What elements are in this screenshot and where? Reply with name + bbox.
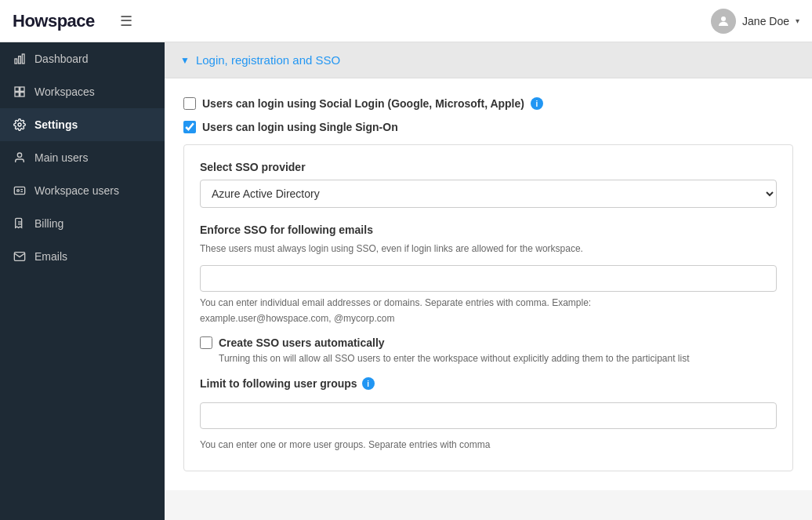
user-groups-info-icon[interactable]: i <box>362 377 375 390</box>
svg-point-8 <box>18 123 21 126</box>
sidebar-item-main-users[interactable]: Main users <box>0 141 165 174</box>
sidebar-item-dashboard-label: Dashboard <box>34 53 89 65</box>
create-sso-checkbox[interactable] <box>200 336 212 349</box>
sidebar-item-workspaces[interactable]: Workspaces <box>0 75 165 108</box>
svg-rect-7 <box>20 93 24 96</box>
settings-content: Users can login using Social Login (Goog… <box>165 78 812 490</box>
enforce-sso-label: Enforce SSO for following emails <box>200 224 777 236</box>
user-groups-input[interactable] <box>200 402 777 429</box>
collapse-icon[interactable]: ▼ <box>180 55 190 66</box>
create-sso-row: Create SSO users automatically <box>200 336 777 349</box>
header-left: Howspace ☰ <box>13 11 132 31</box>
receipt-icon <box>13 216 27 231</box>
sidebar-item-settings[interactable]: Settings <box>0 108 165 141</box>
sidebar-item-workspaces-label: Workspaces <box>34 85 95 98</box>
grid-icon <box>13 85 27 99</box>
sidebar: Dashboard Workspaces Settings Main users… <box>0 42 165 520</box>
enforce-sso-desc: These users must always login using SSO,… <box>200 242 777 256</box>
sso-login-checkbox[interactable] <box>183 121 196 133</box>
sidebar-item-workspace-users-label: Workspace users <box>34 184 119 197</box>
svg-rect-3 <box>22 54 24 64</box>
header-right: Jane Doe ▾ <box>711 9 799 34</box>
user-groups-label: Limit to following user groups <box>200 377 357 390</box>
person-card-icon <box>13 184 27 198</box>
app-logo: Howspace <box>13 11 95 31</box>
section-header: ▼ Login, registration and SSO <box>165 42 812 78</box>
social-login-label[interactable]: Users can login using Social Login (Goog… <box>202 97 524 110</box>
svg-rect-2 <box>19 56 21 64</box>
svg-point-0 <box>721 16 726 21</box>
sidebar-item-workspace-users[interactable]: Workspace users <box>0 174 165 207</box>
svg-point-11 <box>17 190 20 192</box>
main-content: ▼ Login, registration and SSO Users can … <box>165 42 812 520</box>
sidebar-item-billing-label: Billing <box>34 217 63 230</box>
social-login-info-icon[interactable]: i <box>531 97 543 110</box>
avatar <box>711 9 736 34</box>
svg-rect-5 <box>20 87 24 91</box>
svg-rect-1 <box>15 59 17 64</box>
social-login-checkbox[interactable] <box>183 97 196 110</box>
menu-icon[interactable]: ☰ <box>120 13 132 30</box>
sidebar-item-main-users-label: Main users <box>34 151 88 164</box>
sidebar-item-dashboard[interactable]: Dashboard <box>0 42 165 75</box>
gear-icon <box>13 118 27 132</box>
sidebar-item-settings-label: Settings <box>34 118 78 131</box>
sidebar-item-emails-label: Emails <box>34 250 67 263</box>
person-icon <box>13 151 27 165</box>
main-layout: Dashboard Workspaces Settings Main users… <box>0 42 812 520</box>
user-menu[interactable]: Jane Doe ▾ <box>711 9 799 34</box>
create-sso-group: Create SSO users automatically Turning t… <box>200 336 777 365</box>
username-label: Jane Doe <box>742 15 789 27</box>
sidebar-item-emails[interactable]: Emails <box>0 240 165 273</box>
social-login-row: Users can login using Social Login (Goog… <box>183 97 793 110</box>
envelope-icon <box>13 249 27 264</box>
section-title: Login, registration and SSO <box>196 53 340 67</box>
enforce-sso-input[interactable] <box>200 265 777 292</box>
sso-provider-label: Select SSO provider <box>200 161 777 173</box>
svg-point-9 <box>17 153 21 157</box>
app-header: Howspace ☰ Jane Doe ▾ <box>0 0 812 42</box>
sso-login-label[interactable]: Users can login using Single Sign-On <box>202 121 398 133</box>
create-sso-desc: Turning this on will allow all SSO users… <box>200 352 777 365</box>
sso-provider-select[interactable]: Azure Active Directory Google Okta SAML <box>200 180 777 208</box>
create-sso-label[interactable]: Create SSO users automatically <box>219 336 385 349</box>
user-chevron-icon: ▾ <box>796 16 799 25</box>
svg-rect-4 <box>15 87 19 91</box>
enforce-sso-hint: You can enter individual email addresses… <box>200 296 777 310</box>
user-groups-hint: You can enter one or more user groups. S… <box>200 438 777 452</box>
enforce-sso-example: example.user@howspace.com, @mycorp.com <box>200 313 777 324</box>
chart-icon <box>13 52 27 66</box>
sso-login-row: Users can login using Single Sign-On <box>183 121 793 133</box>
user-groups-header: Limit to following user groups i <box>200 377 777 390</box>
sso-settings-box: Select SSO provider Azure Active Directo… <box>183 144 793 471</box>
svg-rect-6 <box>15 93 19 96</box>
sidebar-item-billing[interactable]: Billing <box>0 207 165 240</box>
